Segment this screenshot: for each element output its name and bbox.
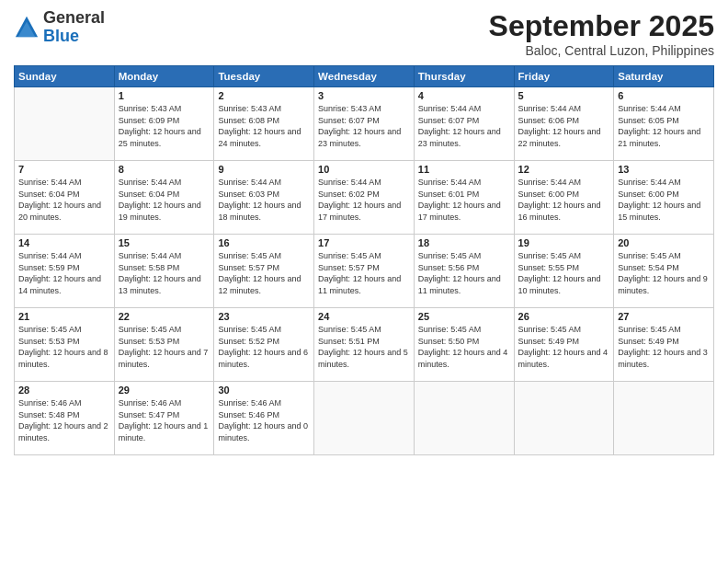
day-info: Sunrise: 5:44 AMSunset: 6:06 PMDaylight:… [518, 103, 610, 149]
day-number: 3 [318, 90, 410, 101]
day-cell: 28Sunrise: 5:46 AMSunset: 5:48 PMDayligh… [15, 382, 115, 455]
day-info: Sunrise: 5:44 AMSunset: 6:00 PMDaylight:… [518, 177, 610, 223]
day-cell: 13Sunrise: 5:44 AMSunset: 6:00 PMDayligh… [614, 161, 714, 235]
week-row-3: 14Sunrise: 5:44 AMSunset: 5:59 PMDayligh… [15, 235, 714, 308]
title-block: September 2025 Baloc, Central Luzon, Phi… [489, 9, 714, 58]
day-info: Sunrise: 5:44 AMSunset: 6:07 PMDaylight:… [418, 103, 510, 149]
day-cell: 19Sunrise: 5:45 AMSunset: 5:55 PMDayligh… [514, 235, 614, 308]
day-number: 7 [18, 164, 110, 175]
day-info: Sunrise: 5:44 AMSunset: 6:03 PMDaylight:… [218, 177, 310, 223]
day-cell [514, 382, 614, 455]
calendar: Sunday Monday Tuesday Wednesday Thursday… [14, 65, 714, 455]
day-info: Sunrise: 5:45 AMSunset: 5:49 PMDaylight:… [618, 324, 710, 370]
logo-icon [14, 15, 40, 40]
day-number: 24 [318, 311, 410, 322]
week-row-2: 7Sunrise: 5:44 AMSunset: 6:04 PMDaylight… [15, 161, 714, 235]
day-cell: 7Sunrise: 5:44 AMSunset: 6:04 PMDaylight… [15, 161, 115, 235]
col-thursday: Thursday [414, 66, 514, 87]
day-number: 12 [518, 164, 610, 175]
day-info: Sunrise: 5:45 AMSunset: 5:56 PMDaylight:… [418, 250, 510, 296]
day-info: Sunrise: 5:46 AMSunset: 5:48 PMDaylight:… [18, 397, 110, 443]
day-info: Sunrise: 5:45 AMSunset: 5:53 PMDaylight:… [18, 324, 110, 370]
day-number: 23 [218, 311, 310, 322]
day-cell: 23Sunrise: 5:45 AMSunset: 5:52 PMDayligh… [214, 308, 314, 382]
day-number: 22 [119, 311, 210, 322]
logo: General Blue [14, 9, 105, 46]
month-title: September 2025 [489, 9, 714, 43]
day-cell: 10Sunrise: 5:44 AMSunset: 6:02 PMDayligh… [314, 161, 415, 235]
day-cell: 27Sunrise: 5:45 AMSunset: 5:49 PMDayligh… [614, 308, 714, 382]
day-number: 8 [119, 164, 210, 175]
day-number: 15 [119, 237, 210, 248]
day-number: 2 [218, 90, 310, 101]
header: General Blue September 2025 Baloc, Centr… [14, 9, 714, 58]
day-number: 27 [618, 311, 710, 322]
day-cell: 29Sunrise: 5:46 AMSunset: 5:47 PMDayligh… [114, 382, 214, 455]
calendar-header-row: Sunday Monday Tuesday Wednesday Thursday… [15, 66, 714, 87]
day-cell: 2Sunrise: 5:43 AMSunset: 6:08 PMDaylight… [214, 87, 314, 161]
logo-text: General Blue [43, 9, 105, 46]
day-info: Sunrise: 5:44 AMSunset: 5:59 PMDaylight:… [18, 250, 110, 296]
logo-general: General [43, 8, 105, 27]
day-cell: 21Sunrise: 5:45 AMSunset: 5:53 PMDayligh… [15, 308, 115, 382]
day-number: 29 [119, 385, 210, 396]
day-cell: 11Sunrise: 5:44 AMSunset: 6:01 PMDayligh… [414, 161, 514, 235]
col-friday: Friday [514, 66, 614, 87]
day-number: 10 [318, 164, 410, 175]
day-cell: 22Sunrise: 5:45 AMSunset: 5:53 PMDayligh… [114, 308, 214, 382]
day-cell [414, 382, 514, 455]
day-info: Sunrise: 5:44 AMSunset: 6:04 PMDaylight:… [18, 177, 110, 223]
location: Baloc, Central Luzon, Philippines [489, 43, 714, 58]
day-number: 28 [18, 385, 110, 396]
day-number: 14 [18, 237, 110, 248]
col-monday: Monday [114, 66, 214, 87]
day-info: Sunrise: 5:45 AMSunset: 5:53 PMDaylight:… [119, 324, 210, 370]
day-cell: 16Sunrise: 5:45 AMSunset: 5:57 PMDayligh… [214, 235, 314, 308]
day-cell: 12Sunrise: 5:44 AMSunset: 6:00 PMDayligh… [514, 161, 614, 235]
day-cell: 1Sunrise: 5:43 AMSunset: 6:09 PMDaylight… [114, 87, 214, 161]
day-info: Sunrise: 5:45 AMSunset: 5:52 PMDaylight:… [218, 324, 310, 370]
day-info: Sunrise: 5:45 AMSunset: 5:57 PMDaylight:… [318, 250, 410, 296]
day-number: 11 [418, 164, 510, 175]
day-info: Sunrise: 5:45 AMSunset: 5:54 PMDaylight:… [618, 250, 710, 296]
day-number: 26 [518, 311, 610, 322]
day-number: 25 [418, 311, 510, 322]
logo-blue: Blue [43, 27, 79, 45]
day-info: Sunrise: 5:43 AMSunset: 6:07 PMDaylight:… [318, 103, 410, 149]
day-cell: 15Sunrise: 5:44 AMSunset: 5:58 PMDayligh… [114, 235, 214, 308]
day-cell [614, 382, 714, 455]
day-cell: 17Sunrise: 5:45 AMSunset: 5:57 PMDayligh… [314, 235, 415, 308]
day-number: 16 [218, 237, 310, 248]
day-info: Sunrise: 5:44 AMSunset: 5:58 PMDaylight:… [119, 250, 210, 296]
day-cell: 20Sunrise: 5:45 AMSunset: 5:54 PMDayligh… [614, 235, 714, 308]
day-cell: 4Sunrise: 5:44 AMSunset: 6:07 PMDaylight… [414, 87, 514, 161]
day-cell: 18Sunrise: 5:45 AMSunset: 5:56 PMDayligh… [414, 235, 514, 308]
week-row-4: 21Sunrise: 5:45 AMSunset: 5:53 PMDayligh… [15, 308, 714, 382]
col-tuesday: Tuesday [214, 66, 314, 87]
day-cell: 24Sunrise: 5:45 AMSunset: 5:51 PMDayligh… [314, 308, 415, 382]
day-info: Sunrise: 5:44 AMSunset: 6:01 PMDaylight:… [418, 177, 510, 223]
day-info: Sunrise: 5:44 AMSunset: 6:05 PMDaylight:… [618, 103, 710, 149]
day-cell: 9Sunrise: 5:44 AMSunset: 6:03 PMDaylight… [214, 161, 314, 235]
day-number: 9 [218, 164, 310, 175]
day-cell: 26Sunrise: 5:45 AMSunset: 5:49 PMDayligh… [514, 308, 614, 382]
day-info: Sunrise: 5:45 AMSunset: 5:51 PMDaylight:… [318, 324, 410, 370]
week-row-5: 28Sunrise: 5:46 AMSunset: 5:48 PMDayligh… [15, 382, 714, 455]
day-info: Sunrise: 5:45 AMSunset: 5:57 PMDaylight:… [218, 250, 310, 296]
day-cell [314, 382, 415, 455]
day-number: 4 [418, 90, 510, 101]
day-number: 17 [318, 237, 410, 248]
day-number: 18 [418, 237, 510, 248]
day-cell: 8Sunrise: 5:44 AMSunset: 6:04 PMDaylight… [114, 161, 214, 235]
week-row-1: 1Sunrise: 5:43 AMSunset: 6:09 PMDaylight… [15, 87, 714, 161]
day-number: 1 [119, 90, 210, 101]
day-info: Sunrise: 5:45 AMSunset: 5:49 PMDaylight:… [518, 324, 610, 370]
day-info: Sunrise: 5:43 AMSunset: 6:08 PMDaylight:… [218, 103, 310, 149]
page: General Blue September 2025 Baloc, Centr… [0, 0, 728, 563]
col-sunday: Sunday [15, 66, 115, 87]
day-info: Sunrise: 5:45 AMSunset: 5:50 PMDaylight:… [418, 324, 510, 370]
day-cell: 30Sunrise: 5:46 AMSunset: 5:46 PMDayligh… [214, 382, 314, 455]
col-saturday: Saturday [614, 66, 714, 87]
day-number: 5 [518, 90, 610, 101]
day-cell: 25Sunrise: 5:45 AMSunset: 5:50 PMDayligh… [414, 308, 514, 382]
